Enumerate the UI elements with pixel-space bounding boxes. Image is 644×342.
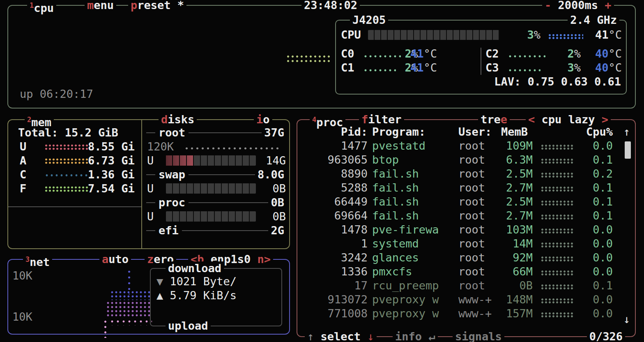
process-user: root — [458, 139, 485, 153]
header-user[interactable]: User: — [458, 125, 492, 139]
process-program: fail.sh — [372, 195, 419, 209]
process-mem: 157M — [487, 307, 533, 321]
interval-minus-button[interactable]: - — [545, 0, 551, 12]
disk-proc-title: proc 0B — [146, 196, 287, 210]
process-row[interactable]: 1 systemd root 14M 0.0 — [300, 237, 631, 251]
process-row[interactable]: 66449 fail.sh root 2.5M 0.1 — [300, 195, 631, 209]
process-user: root — [458, 223, 485, 237]
core-row-c3: C3 3% 40°C — [482, 61, 626, 75]
select-label: select — [321, 330, 361, 342]
mem-key: C — [20, 168, 26, 182]
interval-plus-button[interactable]: + — [605, 0, 611, 12]
process-cpu: 0.1 — [572, 153, 613, 167]
disk-proc-used-row: U 0B — [147, 210, 286, 224]
core-label: C0 — [341, 47, 354, 61]
lav-values: 0.75 0.63 0.61 — [527, 75, 621, 88]
core-label: C1 — [341, 61, 354, 75]
process-pid: 913072 — [300, 293, 368, 307]
process-row[interactable]: 69664 fail.sh root 2.7M 0.1 — [300, 209, 631, 223]
filter-button[interactable]: filter — [359, 113, 404, 127]
header-mem[interactable]: MemB — [501, 125, 528, 139]
scroll-up-icon[interactable]: ↑ — [623, 125, 630, 139]
process-row[interactable]: 1336 pmxcfs root 66M 0.0 — [300, 265, 631, 279]
disk-root-title: root 37G — [146, 126, 287, 140]
sort-next-button[interactable]: > — [602, 113, 608, 126]
select-control[interactable]: ↑ select ↓ — [305, 330, 377, 342]
process-cpu: 0.0 — [572, 307, 613, 321]
enter-icon: ↵ — [428, 330, 435, 342]
process-mem: 14M — [487, 237, 533, 251]
process-user: root — [458, 279, 485, 293]
process-row[interactable]: 1478 pve-firewa root 103M 0.0 — [300, 223, 631, 237]
process-cpu-graph — [540, 298, 574, 304]
process-row[interactable]: 17 rcu_preemp root 0B 0.1 — [300, 279, 631, 293]
menu-button[interactable]: menu — [85, 0, 116, 12]
process-mem: 103M — [487, 223, 533, 237]
process-program: btop — [372, 153, 399, 167]
process-program: pve-firewa — [372, 223, 439, 237]
process-rows: 1477 pvestatd root 109M 0.0 963065 btop … — [300, 139, 631, 321]
process-mem: 0B — [487, 279, 533, 293]
process-row[interactable]: 8890 fail.sh root 2.5M 0.2 — [300, 167, 631, 181]
process-cpu-graph — [540, 214, 574, 220]
cpu-total-meter — [368, 30, 499, 40]
mem-cached-graph — [44, 173, 88, 177]
process-cpu: 0.1 — [572, 279, 613, 293]
cpu-box-title[interactable]: 1cpu — [27, 0, 56, 15]
process-user: root — [458, 167, 485, 181]
mem-value: 8.55 Gi — [88, 140, 135, 154]
mem-row-used: U 8.55 Gi — [8, 140, 141, 154]
sort-selector: < cpu lazy > — [526, 113, 611, 127]
download-value: 1021 Byte/ — [170, 275, 237, 288]
mem-value: 6.73 Gi — [88, 154, 135, 168]
select-up-icon: ↑ — [307, 330, 314, 342]
load-average-row: LAV: 0.75 0.63 0.61 — [336, 75, 626, 89]
process-cpu-graph — [540, 270, 574, 276]
net-box: 3net auto zero <b enp1s0 n> 10K 10K down… — [7, 259, 290, 335]
process-row[interactable]: 913072 pveproxy w www-+ 148M 0.0 — [300, 293, 631, 307]
process-mem: 92M — [487, 251, 533, 265]
signals-button[interactable]: signals — [453, 330, 504, 342]
disk-swap-used-row: U 0B — [147, 182, 286, 196]
disks-panel: root 37G 120K U 14G swap 8.0G U 0B — [142, 120, 289, 248]
disk-used-value: 0B — [272, 182, 286, 196]
sort-prev-button[interactable]: < — [528, 113, 535, 126]
header-cpu[interactable]: Cpu% — [572, 125, 613, 139]
preset-button[interactable]: preset * — [128, 0, 186, 12]
net-auto-toggle[interactable]: auto — [99, 252, 131, 266]
mem-total-label: Total: — [18, 126, 58, 139]
info-button[interactable]: info ↵ — [393, 330, 438, 342]
process-cpu: 0.0 — [572, 293, 613, 307]
disk-used-meter — [166, 211, 256, 222]
mem-total-value: 15.2 GiB — [65, 126, 118, 139]
process-cpu-graph — [540, 228, 574, 234]
header-pid[interactable]: Pid: — [300, 125, 368, 139]
disk-used-meter — [166, 183, 256, 194]
header-program[interactable]: Program: — [372, 125, 426, 139]
process-pid: 963065 — [300, 153, 368, 167]
process-user: root — [458, 237, 485, 251]
upload-label: upload — [166, 319, 211, 333]
process-cpu-graph — [540, 242, 574, 248]
process-mem: 2.5M — [487, 167, 533, 181]
core-percent: 3% — [548, 61, 581, 75]
iface-next-button[interactable]: n> — [258, 253, 271, 266]
cpu-hotkey: 1 — [30, 1, 34, 9]
upload-value: 5.79 KiB/s — [170, 289, 237, 302]
sort-mode: cpu lazy — [542, 113, 595, 126]
cpu-model: J4205 — [350, 13, 388, 27]
process-row[interactable]: 963065 btop root 6.3M 0.1 — [300, 153, 631, 167]
disk-io-value: 120K — [147, 140, 174, 154]
process-row[interactable]: 5288 fail.sh root 2.7M 0.1 — [300, 181, 631, 195]
tree-toggle[interactable]: tree — [478, 113, 510, 127]
net-box-title[interactable]: 3net — [23, 252, 52, 269]
process-row[interactable]: 771008 pveproxy w www-+ 157M 0.0 — [300, 307, 631, 321]
cpu-total-label: CPU — [341, 28, 361, 42]
cpu-frequency: 2.4 GHz — [568, 13, 619, 27]
mem-available-graph — [44, 158, 88, 165]
cpu-box: 1cpu menu preset * 23:48:02 - 2000ms + u… — [7, 5, 636, 109]
process-row[interactable]: 3242 glances root 92M 0.0 — [300, 251, 631, 265]
selection-count: 0/326 — [587, 330, 625, 342]
disk-swap-title: swap 8.0G — [146, 168, 287, 182]
process-row[interactable]: 1477 pvestatd root 109M 0.0 — [300, 139, 631, 153]
